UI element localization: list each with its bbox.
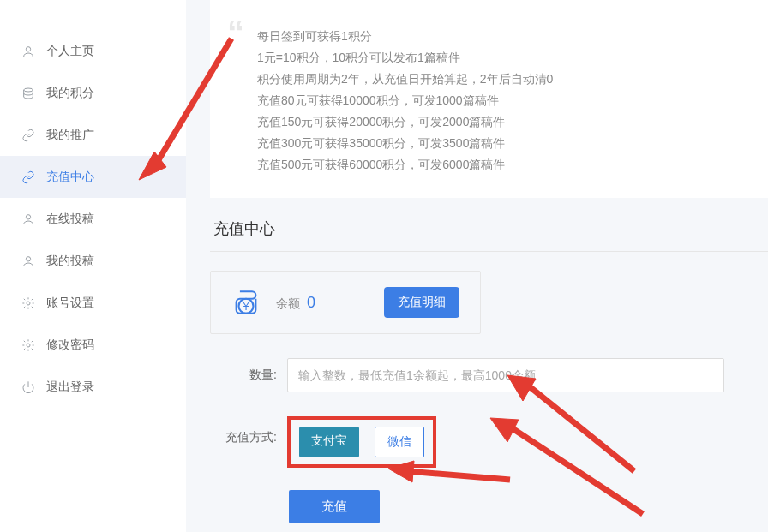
user-icon xyxy=(21,212,36,227)
main-content: “ 每日签到可获得1积分 1元=10积分，10积分可以发布1篇稿件 积分使用周期… xyxy=(186,0,768,532)
divider xyxy=(210,251,768,252)
sidebar-item-settings[interactable]: 账号设置 xyxy=(0,282,186,324)
sidebar-item-password[interactable]: 修改密码 xyxy=(0,324,186,366)
gear-icon xyxy=(21,296,36,311)
alipay-option[interactable]: 支付宝 xyxy=(299,427,359,457)
quantity-input[interactable] xyxy=(287,358,724,392)
sidebar-item-label: 我的推广 xyxy=(46,128,94,143)
payment-method-row: 充值方式: 支付宝 微信 xyxy=(210,416,768,468)
sidebar-item-label: 在线投稿 xyxy=(46,212,94,227)
sidebar-item-points[interactable]: 我的积分 xyxy=(0,72,186,114)
sidebar-item-recharge[interactable]: 充值中心 xyxy=(0,156,186,198)
svg-point-3 xyxy=(26,256,30,260)
balance-card: ¥ 余额 0 充值明细 xyxy=(210,271,481,334)
svg-point-4 xyxy=(27,302,30,305)
svg-text:¥: ¥ xyxy=(242,300,249,313)
gear-icon xyxy=(21,338,36,353)
sidebar-item-submit[interactable]: 在线投稿 xyxy=(0,198,186,240)
link-icon xyxy=(21,128,36,143)
balance-value: 0 xyxy=(307,294,315,311)
info-line: 积分使用周期为2年，从充值日开始算起，2年后自动清0 xyxy=(257,69,734,90)
info-line: 充值80元可获得10000积分，可发1000篇稿件 xyxy=(257,90,734,111)
link-icon xyxy=(21,170,36,185)
quantity-label: 数量: xyxy=(210,368,287,383)
sidebar-item-label: 充值中心 xyxy=(46,170,94,185)
sidebar-item-label: 我的积分 xyxy=(46,86,94,101)
info-line: 每日签到可获得1积分 xyxy=(257,26,734,47)
recharge-submit-button[interactable]: 充值 xyxy=(289,490,380,523)
info-line: 充值300元可获得35000积分，可发3500篇稿件 xyxy=(257,133,734,154)
sidebar-item-home[interactable]: 个人主页 xyxy=(0,30,186,72)
section-title: 充值中心 xyxy=(213,218,768,239)
payment-options: 支付宝 微信 xyxy=(287,416,436,468)
user-icon xyxy=(21,44,36,59)
recharge-detail-button[interactable]: 充值明细 xyxy=(384,287,459,318)
wechat-option[interactable]: 微信 xyxy=(375,427,424,457)
wallet-icon: ¥ xyxy=(231,288,261,317)
svg-point-5 xyxy=(27,344,30,347)
sidebar-item-promo[interactable]: 我的推广 xyxy=(0,114,186,156)
sidebar: 个人主页 我的积分 我的推广 充值中心 在线投稿 我的投稿 账号设置 修改密码 xyxy=(0,0,186,532)
power-icon xyxy=(21,380,36,395)
svg-point-0 xyxy=(26,46,30,51)
balance-label: 余额 xyxy=(276,296,300,310)
svg-point-1 xyxy=(24,88,33,92)
sidebar-item-label: 修改密码 xyxy=(46,338,94,353)
sidebar-item-label: 账号设置 xyxy=(46,296,94,311)
info-panel: “ 每日签到可获得1积分 1元=10积分，10积分可以发布1篇稿件 积分使用周期… xyxy=(210,0,768,198)
info-line: 充值500元可获得60000积分，可发6000篇稿件 xyxy=(257,154,734,176)
stack-icon xyxy=(21,86,36,101)
quantity-row: 数量: xyxy=(210,358,768,392)
sidebar-item-my-submit[interactable]: 我的投稿 xyxy=(0,240,186,282)
sidebar-item-logout[interactable]: 退出登录 xyxy=(0,366,186,408)
info-line: 1元=10积分，10积分可以发布1篇稿件 xyxy=(257,47,734,69)
user-icon xyxy=(21,254,36,269)
sidebar-item-label: 个人主页 xyxy=(46,44,94,59)
sidebar-item-label: 退出登录 xyxy=(46,380,94,395)
info-line: 充值150元可获得20000积分，可发2000篇稿件 xyxy=(257,111,734,133)
sidebar-item-label: 我的投稿 xyxy=(46,254,94,269)
payment-method-label: 充值方式: xyxy=(210,416,287,445)
quote-icon: “ xyxy=(227,22,244,43)
svg-point-2 xyxy=(26,214,30,218)
